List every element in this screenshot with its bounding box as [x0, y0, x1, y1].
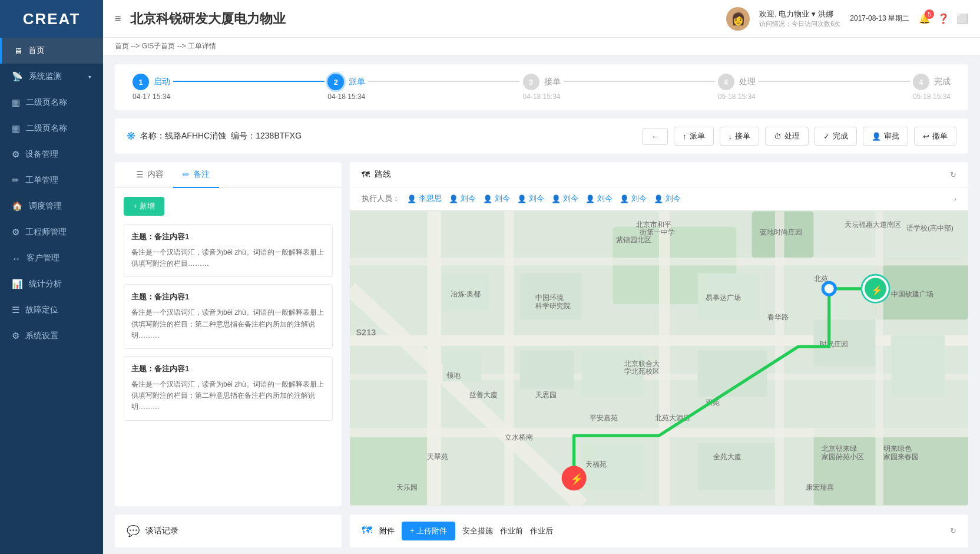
user-icon-7: 👤: [620, 194, 629, 203]
executor-1[interactable]: 👤 李思思: [407, 193, 442, 204]
step-label-5: 完成: [934, 77, 951, 87]
process-icon: ⏱: [774, 132, 782, 141]
map-title: 🗺 路线: [362, 169, 391, 180]
note-card-2: 主题：备注内容1 备注是一个汉语词汇，读音为bèi zhù。词语的一般解释表册上…: [124, 284, 333, 349]
executor-4[interactable]: 👤 刘今: [517, 193, 544, 204]
engineer-icon: ⚙: [12, 227, 19, 238]
grid-icon-1: ▦: [12, 97, 20, 108]
review-icon: 👤: [872, 132, 881, 141]
breadcrumb-gis[interactable]: GIS子首页: [142, 42, 176, 50]
dispatch-icon: ↑: [683, 132, 687, 141]
executor-7[interactable]: 👤 刘今: [620, 193, 647, 204]
executor-scroll-right[interactable]: ›: [954, 194, 956, 203]
content-area: 1 启动 04-17 15:34 2 派单 04-18 15:34 3 接单: [103, 55, 980, 554]
note-body-2: 备注是一个汉语词汇，读音为bèi zhù。词语的一般解释表册上供填写附注的栏目；…: [131, 307, 325, 341]
step-line-3: [564, 81, 715, 82]
attachment-label: 附件: [379, 526, 395, 536]
header-date: 2017-08-13 星期二: [850, 14, 909, 24]
executor-6[interactable]: 👤 刘今: [585, 193, 612, 204]
complete-button[interactable]: ✓ 完成: [815, 127, 857, 146]
refresh-icon[interactable]: ↻: [950, 170, 956, 179]
svg-point-67: [825, 284, 834, 294]
step-1: 1 启动 04-17 15:34: [133, 74, 170, 101]
pre-work-link[interactable]: 作业前: [500, 526, 523, 536]
post-work-link[interactable]: 作业后: [530, 526, 553, 536]
logo: CREAT: [0, 0, 103, 38]
right-panel: 🗺 路线 ↻ 执行人员： 👤 李思思 👤 刘今: [350, 162, 968, 506]
svg-text:冶炼·奥都: 冶炼·奥都: [451, 290, 481, 298]
executor-3[interactable]: 👤 刘今: [483, 193, 510, 204]
svg-rect-8: [505, 212, 514, 506]
sidebar-item-engineer[interactable]: ⚙ 工程师管理: [0, 219, 103, 245]
sidebar-item-system-monitor[interactable]: 📡 系统监测 ▾: [0, 64, 103, 90]
help-icon[interactable]: ❓: [938, 13, 949, 24]
sidebar-label-fault: 故障定位: [25, 305, 58, 315]
sidebar-item-fault[interactable]: ☰ 故障定位: [0, 297, 103, 323]
step-line-2: [368, 81, 519, 82]
upload-attachment-button[interactable]: + 上传附件: [402, 522, 455, 540]
executor-5[interactable]: 👤 刘今: [551, 193, 578, 204]
add-note-button[interactable]: + 新增: [124, 197, 164, 216]
dispatch-button[interactable]: ↑ 派单: [674, 127, 714, 146]
back-button[interactable]: ←: [643, 128, 668, 145]
settings-icon: ⚙: [12, 331, 19, 341]
customer-icon: ↔: [12, 253, 21, 263]
svg-rect-15: [876, 212, 883, 506]
schedule-icon: 🏠: [12, 201, 23, 212]
sidebar-item-workorder[interactable]: ✏ 工单管理: [0, 167, 103, 193]
sidebar-label-workorder: 工单管理: [25, 175, 58, 186]
task-name: 名称：线路AFHHC消蚀: [140, 131, 226, 141]
attachment-section: 🗺 附件 + 上传附件 安全措施 作业前 作业后 ↻: [350, 515, 968, 548]
monitor-icon: 📡: [12, 71, 23, 82]
step-3: 3 接单 04-18 15:34: [522, 74, 560, 101]
svg-text:中国钦建广场: 中国钦建广场: [891, 290, 933, 298]
step-time-5: 05-18 15:34: [913, 93, 951, 101]
stats-icon: 📊: [12, 279, 23, 289]
svg-rect-13: [659, 212, 670, 506]
step-2: 2 派单 04-18 15:34: [327, 74, 365, 101]
sidebar-item-device[interactable]: ⚙ 设备管理: [0, 141, 103, 167]
cancel-button[interactable]: ↩ 撤单: [914, 127, 956, 146]
accept-button[interactable]: ↓ 接单: [720, 127, 760, 146]
step-time-3: 04-18 15:34: [522, 93, 560, 101]
note-card-3: 主题：备注内容1 备注是一个汉语词汇，读音为bèi zhù。词语的一般解释表册上…: [124, 356, 333, 421]
svg-text:街第一中学: 街第一中学: [640, 228, 675, 236]
executor-8[interactable]: 👤 刘今: [654, 193, 681, 204]
note-body-1: 备注是一个汉语词汇，读音为bèi zhù。词语的一般解释表册上供填写附注的栏目……: [131, 247, 325, 269]
bottom-refresh-icon[interactable]: ↻: [950, 526, 956, 535]
step-label-1: 启动: [154, 77, 170, 87]
visit-info: 访问情况：今日访问次数6次: [759, 19, 840, 28]
menu-icon[interactable]: ≡: [115, 12, 121, 25]
content-tab-icon: ☰: [136, 170, 144, 179]
svg-text:天福苑: 天福苑: [585, 460, 607, 469]
user-icon-8: 👤: [654, 194, 663, 203]
sidebar-item-settings[interactable]: ⚙ 系统设置: [0, 323, 103, 349]
header-icons: 🔔 5 ❓ ⬜: [919, 13, 968, 24]
note-title-3: 主题：备注内容1: [131, 364, 325, 374]
safety-measures-link[interactable]: 安全措施: [462, 526, 493, 536]
sidebar-item-secondary1[interactable]: ▦ 二级页名称: [0, 90, 103, 116]
step-line-1: [173, 81, 325, 82]
sidebar-item-home[interactable]: 🖥 首页: [0, 38, 103, 64]
tab-notes[interactable]: ✏ 备注: [173, 162, 219, 188]
map-svg: 中国环境 科学研究院 冶炼·奥都 易事达广场 北京联合大 学北苑校区 时代庄园 …: [350, 210, 968, 506]
process-button[interactable]: ⏱ 处理: [765, 127, 809, 146]
review-button[interactable]: 👤 审批: [863, 127, 908, 146]
breadcrumb-home[interactable]: 首页: [115, 42, 129, 50]
tab-content[interactable]: ☰ 内容: [127, 162, 173, 188]
page-title: 北京科锐研发大厦电力物业: [130, 10, 718, 28]
sidebar-item-schedule[interactable]: 🏠 调度管理: [0, 193, 103, 219]
sidebar-item-stats[interactable]: 📊 统计分析: [0, 271, 103, 297]
sidebar: CREAT 🖥 首页 📡 系统监测 ▾ ▦ 二级页名称 ▦ 二级页名称 ⚙ 设备…: [0, 0, 103, 554]
executor-2[interactable]: 👤 刘今: [449, 193, 476, 204]
expand-icon[interactable]: ⬜: [956, 13, 968, 24]
notification-bell[interactable]: 🔔 5: [919, 13, 931, 24]
sidebar-item-secondary2[interactable]: ▦ 二级页名称: [0, 116, 103, 141]
top-header: ≡ 北京科锐研发大厦电力物业 👩 欢迎, 电力物业 ▾ 洪娜 访问情况：今日访问…: [103, 0, 980, 38]
map-executors: 执行人员： 👤 李思思 👤 刘今 👤 刘今 👤: [350, 187, 968, 210]
svg-text:立水桥南: 立水桥南: [505, 433, 533, 441]
action-info: ❋ 名称：线路AFHHC消蚀 编号：1238BTFXG: [127, 130, 637, 143]
svg-text:家园莳苑小区: 家园莳苑小区: [822, 453, 864, 461]
sidebar-item-customer[interactable]: ↔ 客户管理: [0, 245, 103, 271]
two-col-layout: ☰ 内容 ✏ 备注 + 新增 主题：备注内容1 备注是一个汉语词汇，读音为bèi…: [115, 162, 968, 506]
